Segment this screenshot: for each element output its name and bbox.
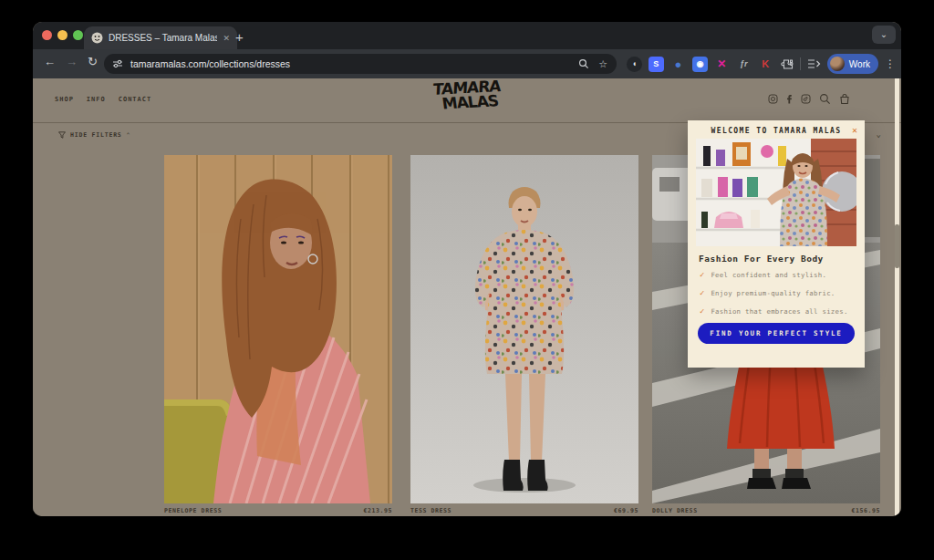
browser-tab[interactable]: DRESSES – Tamara Malas ✕ <box>84 26 237 49</box>
profile-button[interactable]: Work <box>827 54 878 74</box>
site-settings-icon[interactable] <box>112 58 123 69</box>
tab-close-icon[interactable]: ✕ <box>223 34 230 43</box>
site-logo[interactable]: TAMARA MALAS <box>432 79 501 111</box>
product-name[interactable]: DOLLY DRESS <box>652 507 698 514</box>
check-text: Feel confident and stylish. <box>711 271 826 279</box>
nav-info-link[interactable]: INFO <box>87 96 106 103</box>
site-header: SHOP INFO CONTACT TAMARA MALAS <box>33 78 901 123</box>
product-name[interactable]: TESS DRESS <box>410 507 451 514</box>
product-row-tess[interactable]: TESS DRESS €69.95 <box>410 507 638 514</box>
hide-filters-button[interactable]: HIDE FILTERS ⌃ <box>58 131 130 139</box>
facebook-icon[interactable] <box>786 94 793 104</box>
check-icon: ✓ <box>700 288 704 297</box>
side-panel-icon[interactable] <box>807 57 821 70</box>
header-icons <box>768 93 850 105</box>
find-style-button-label: FIND YOUR PERFECT STYLE <box>710 329 842 337</box>
minimize-window-button[interactable] <box>57 30 67 40</box>
popup-heading: Fashion For Every Body <box>699 254 824 264</box>
extension-icon[interactable]: ◖ <box>627 57 642 72</box>
bookmark-star-icon[interactable]: ☆ <box>598 58 607 70</box>
back-button[interactable]: ← <box>44 55 56 68</box>
check-text: Fashion that embraces all sizes. <box>711 307 847 316</box>
product-row-penelope[interactable]: PENELOPE DRESS €213.95 <box>164 507 392 514</box>
reload-button[interactable]: ↻ <box>88 55 98 68</box>
url-text[interactable]: tamaramalas.com/collections/dresses <box>130 58 578 69</box>
product-name[interactable]: PENELOPE DRESS <box>164 507 222 514</box>
find-style-button[interactable]: FIND YOUR PERFECT STYLE <box>698 323 855 344</box>
address-bar[interactable]: tamaramalas.com/collections/dresses ☆ <box>104 54 617 74</box>
check-icon: ✓ <box>700 270 704 279</box>
tab-title: DRESSES – Tamara Malas <box>109 33 217 43</box>
toolbar-divider <box>800 57 801 70</box>
toolbar-right-group: ◖ S ● ◉ ✕ ƒr K Work <box>627 53 896 75</box>
webpage: SHOP INFO CONTACT TAMARA MALAS <box>33 78 901 516</box>
hide-filters-label: HIDE FILTERS <box>70 131 122 139</box>
browser-window: DRESSES – Tamara Malas ✕ + ⌄ ← → ↻ tamar… <box>33 22 901 516</box>
popup-check-item: ✓ Fashion that embraces all sizes. <box>700 306 848 316</box>
tiktok-icon[interactable] <box>801 94 811 104</box>
logo-line2: MALAS <box>435 94 504 111</box>
extension-icon[interactable]: S <box>649 57 664 72</box>
search-icon[interactable] <box>819 93 831 105</box>
tab-search-chevron-icon[interactable]: ⌄ <box>872 26 896 44</box>
browser-toolbar: ← → ↻ tamaramalas.com/collections/dresse… <box>33 49 901 78</box>
tab-favicon <box>91 32 103 44</box>
extension-icon[interactable]: K <box>758 57 773 72</box>
site-nav: SHOP INFO CONTACT <box>55 96 151 103</box>
welcome-popup: WELCOME TO TAMARA MALAS ✕ <box>688 120 865 368</box>
popup-photo <box>696 139 856 246</box>
product-image-penelope[interactable] <box>164 155 392 503</box>
check-text: Enjoy premium-quality fabric. <box>711 289 835 297</box>
scrollbar-thumb[interactable] <box>895 224 899 268</box>
profile-label: Work <box>849 59 870 69</box>
popup-check-item: ✓ Enjoy premium-quality fabric. <box>700 288 835 297</box>
zoom-window-button[interactable] <box>73 30 83 40</box>
product-image-tess[interactable] <box>410 155 638 503</box>
popup-close-icon[interactable]: ✕ <box>852 125 857 135</box>
extensions-puzzle-icon[interactable] <box>780 57 794 71</box>
product-price: €156.95 <box>851 507 880 514</box>
product-price: €69.95 <box>614 507 638 514</box>
sort-chevron-icon[interactable]: ⌄ <box>877 130 881 139</box>
filters-caret-icon: ⌃ <box>127 131 131 139</box>
extension-icon[interactable]: ● <box>670 57 686 72</box>
popup-check-item: ✓ Feel confident and stylish. <box>700 270 826 279</box>
extension-icon[interactable]: ✕ <box>714 57 730 72</box>
check-icon: ✓ <box>700 306 704 316</box>
cart-bag-icon[interactable] <box>839 93 850 105</box>
extension-icon[interactable]: ◉ <box>692 57 708 72</box>
instagram-icon[interactable] <box>768 94 778 104</box>
browser-menu-icon[interactable]: ⋮ <box>885 57 896 70</box>
product-price: €213.95 <box>363 507 392 514</box>
new-tab-button[interactable]: + <box>235 26 244 48</box>
popup-title: WELCOME TO TAMARA MALAS <box>688 127 865 135</box>
avatar <box>830 57 845 71</box>
tab-strip: DRESSES – Tamara Malas ✕ + ⌄ <box>33 22 901 49</box>
forward-button[interactable]: → <box>66 55 78 68</box>
scrollbar-track[interactable] <box>895 78 899 516</box>
product-row-dolly[interactable]: DOLLY DRESS €156.95 <box>652 507 880 514</box>
search-icon[interactable] <box>578 58 589 69</box>
nav-contact-link[interactable]: CONTACT <box>119 96 152 103</box>
screenshot: DRESSES – Tamara Malas ✕ + ⌄ ← → ↻ tamar… <box>0 0 934 560</box>
filter-funnel-icon <box>58 131 66 139</box>
extension-icon[interactable]: ƒr <box>736 57 752 72</box>
close-window-button[interactable] <box>42 30 52 40</box>
nav-shop-link[interactable]: SHOP <box>55 96 74 103</box>
